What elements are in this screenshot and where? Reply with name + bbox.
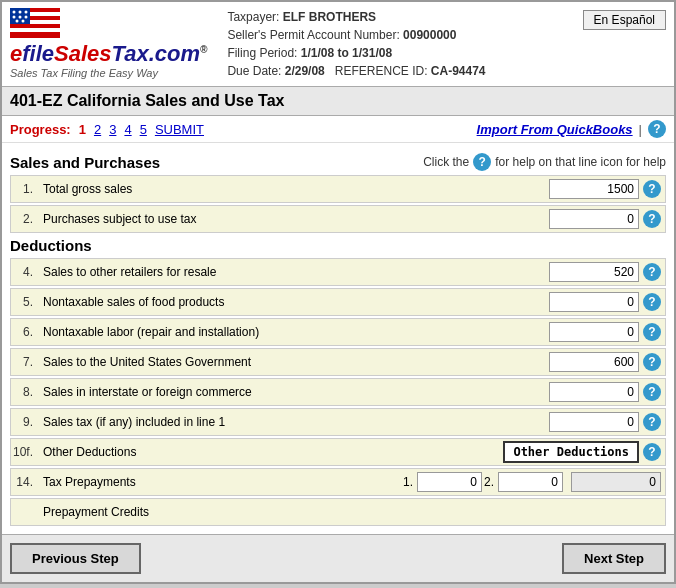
row-8-input[interactable]	[549, 382, 639, 402]
progress-step-5[interactable]: 5	[140, 122, 147, 137]
reference-label: REFERENCE ID:	[335, 64, 428, 78]
due-label: Due Date:	[227, 64, 281, 78]
progress-submit[interactable]: SUBMIT	[155, 122, 204, 137]
svg-point-14	[25, 16, 28, 19]
svg-point-11	[25, 11, 28, 14]
row-9-label: Sales tax (if any) included in line 1	[39, 412, 549, 432]
row-5: 5. Nontaxable sales of food products ?	[10, 288, 666, 316]
svg-point-12	[13, 16, 16, 19]
row-7-input[interactable]	[549, 352, 639, 372]
deductions-section-title: Deductions	[10, 237, 666, 254]
progress-bar: Progress: 1 2 3 4 5 SUBMIT Import From Q…	[2, 116, 674, 143]
row-6-num: 6.	[11, 325, 39, 339]
row-8-label: Sales in interstate or foreign commerce	[39, 382, 549, 402]
row-8-help[interactable]: ?	[643, 383, 661, 401]
title-bar: 401-EZ California Sales and Use Tax	[2, 87, 674, 116]
row-1-input[interactable]	[549, 179, 639, 199]
row-7: 7. Sales to the United States Government…	[10, 348, 666, 376]
site-logo: efileSalesTax.com®	[10, 43, 207, 65]
svg-point-15	[16, 20, 19, 23]
progress-step-3[interactable]: 3	[109, 122, 116, 137]
footer: Previous Step Next Step	[2, 534, 674, 582]
import-quickbooks-link[interactable]: Import From QuickBooks	[477, 122, 633, 137]
row-2-num: 2.	[11, 212, 39, 226]
row-2: 2. Purchases subject to use tax ?	[10, 205, 666, 233]
row-1-num: 1.	[11, 182, 39, 196]
row-1-help[interactable]: ?	[643, 180, 661, 198]
row-10f-num: 10f.	[11, 445, 39, 459]
help-instruction: Click the ? for help on that line icon f…	[423, 153, 666, 171]
espanol-button[interactable]: En Español	[583, 10, 666, 30]
next-step-button[interactable]: Next Step	[562, 543, 666, 574]
progress-label: Progress:	[10, 122, 71, 137]
row-2-input[interactable]	[549, 209, 639, 229]
row-10f: 10f. Other Deductions Other Deductions ?	[10, 438, 666, 466]
row-9-help[interactable]: ?	[643, 413, 661, 431]
row-2-help[interactable]: ?	[643, 210, 661, 228]
prepay-credits-label: Prepayment Credits	[39, 502, 571, 522]
svg-rect-7	[10, 32, 60, 38]
logo-reg: ®	[200, 44, 207, 55]
row-4-num: 4.	[11, 265, 39, 279]
row-9-input[interactable]	[549, 412, 639, 432]
row-14: 14. Tax Prepayments 1. 2.	[10, 468, 666, 496]
logo-tagline: Sales Tax Filing the Easy Way	[10, 67, 207, 79]
svg-point-16	[22, 20, 25, 23]
due-date: 2/29/08	[285, 64, 325, 78]
permit-number: 00900000	[403, 28, 456, 42]
row-6: 6. Nontaxable labor (repair and installa…	[10, 318, 666, 346]
row-7-label: Sales to the United States Government	[39, 352, 549, 372]
row-prepay-credits: Prepayment Credits	[10, 498, 666, 526]
row-7-num: 7.	[11, 355, 39, 369]
row-9-num: 9.	[11, 415, 39, 429]
other-deductions-button[interactable]: Other Deductions	[503, 441, 639, 463]
row-6-input[interactable]	[549, 322, 639, 342]
row-14-num: 14.	[11, 475, 39, 489]
reference-id: CA-94474	[431, 64, 486, 78]
progress-step-1[interactable]: 1	[79, 122, 86, 137]
svg-rect-6	[10, 28, 60, 32]
row-8: 8. Sales in interstate or foreign commer…	[10, 378, 666, 406]
svg-point-10	[19, 11, 22, 14]
prepay-sub2-input[interactable]	[498, 472, 563, 492]
inline-help-icon[interactable]: ?	[473, 153, 491, 171]
row-10f-label: Other Deductions	[39, 442, 503, 462]
filing-label: Filing Period:	[227, 46, 297, 60]
taxpayer-label: Taxpayer:	[227, 10, 279, 24]
row-2-label: Purchases subject to use tax	[39, 209, 549, 229]
row-6-label: Nontaxable labor (repair and installatio…	[39, 322, 549, 342]
row-4: 4. Sales to other retailers for resale ?	[10, 258, 666, 286]
filing-period: 1/1/08 to 1/31/08	[301, 46, 392, 60]
help-icon[interactable]: ?	[648, 120, 666, 138]
page-title: 401-EZ California Sales and Use Tax	[10, 92, 284, 110]
row-5-label: Nontaxable sales of food products	[39, 292, 549, 312]
progress-step-2[interactable]: 2	[94, 122, 101, 137]
row-9: 9. Sales tax (if any) included in line 1…	[10, 408, 666, 436]
row-6-help[interactable]: ?	[643, 323, 661, 341]
taxpayer-name: ELF BROTHERS	[283, 10, 376, 24]
svg-point-13	[19, 16, 22, 19]
row-7-help[interactable]: ?	[643, 353, 661, 371]
row-4-help[interactable]: ?	[643, 263, 661, 281]
row-5-num: 5.	[11, 295, 39, 309]
row-1: 1. Total gross sales ?	[10, 175, 666, 203]
row-4-label: Sales to other retailers for resale	[39, 262, 549, 282]
prepay-total-input[interactable]	[571, 472, 661, 492]
previous-step-button[interactable]: Previous Step	[10, 543, 141, 574]
prepay-sub1-label: 1.	[403, 475, 413, 489]
sales-section-title: Sales and Purchases	[10, 154, 160, 171]
row-1-label: Total gross sales	[39, 179, 549, 199]
row-8-num: 8.	[11, 385, 39, 399]
prepay-sub1-input[interactable]	[417, 472, 482, 492]
progress-step-4[interactable]: 4	[124, 122, 131, 137]
row-4-input[interactable]	[549, 262, 639, 282]
prepay-sub2-label: 2.	[484, 475, 494, 489]
svg-rect-5	[10, 24, 60, 28]
row-14-label: Tax Prepayments	[39, 472, 403, 492]
row-5-input[interactable]	[549, 292, 639, 312]
row-10f-help[interactable]: ?	[643, 443, 661, 461]
svg-point-9	[13, 11, 16, 14]
permit-label: Seller's Permit Account Number:	[227, 28, 399, 42]
taxpayer-info: Taxpayer: ELF BROTHERS Seller's Permit A…	[227, 8, 582, 80]
row-5-help[interactable]: ?	[643, 293, 661, 311]
